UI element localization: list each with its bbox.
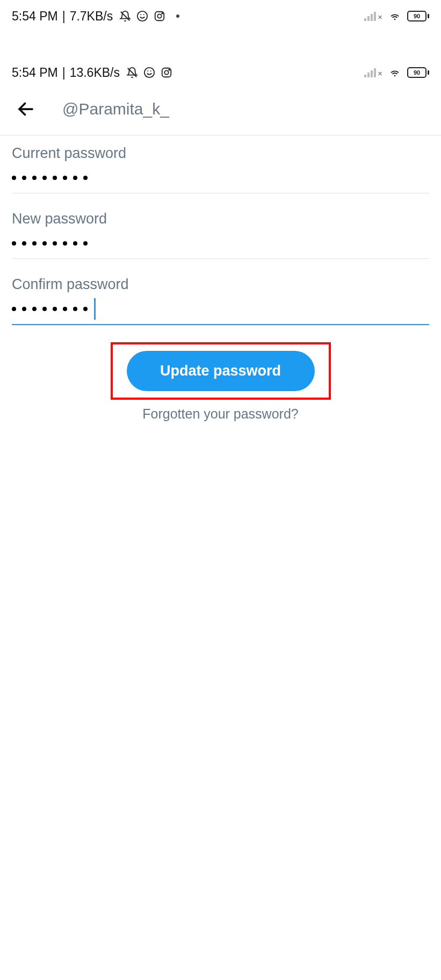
username-label: @Paramita_k_	[62, 100, 169, 118]
back-arrow-icon[interactable]	[16, 99, 35, 119]
bell-muted-icon	[119, 10, 131, 22]
svg-point-9	[169, 69, 170, 70]
inner-time: 5:54 PM	[12, 66, 58, 80]
current-password-field[interactable]: Current password	[12, 145, 429, 193]
outer-data-rate: 7.7KB/s	[70, 9, 113, 24]
outer-status-bar: 5:54 PM | 7.7KB/s ✕ 90	[0, 0, 441, 32]
inner-status-bar: 5:54 PM | 13.6KB/s ✕ 90	[0, 56, 441, 89]
separator: |	[62, 66, 66, 80]
notification-dot-icon	[176, 15, 179, 18]
inner-status-right: ✕ 90	[364, 67, 429, 78]
whatsapp-icon	[143, 67, 155, 78]
svg-point-3	[158, 14, 162, 18]
whatsapp-icon	[136, 10, 148, 22]
signal-icon: ✕	[364, 68, 382, 77]
forgot-password-link[interactable]: Forgotten your password?	[12, 406, 429, 422]
confirm-password-label: Confirm password	[12, 276, 429, 293]
outer-status-left: 5:54 PM | 7.7KB/s	[12, 9, 179, 24]
instagram-icon	[154, 10, 165, 22]
new-password-label: New password	[12, 211, 429, 227]
svg-point-6	[144, 68, 154, 77]
battery-icon: 90	[407, 11, 429, 21]
highlight-box: Update password	[111, 342, 331, 400]
status-icons-left	[126, 67, 172, 78]
status-icons-left	[119, 10, 179, 22]
current-password-value[interactable]	[12, 170, 429, 185]
password-form: Current password New password Confirm pa…	[0, 135, 441, 422]
svg-point-1	[138, 11, 147, 21]
inner-data-rate: 13.6KB/s	[70, 66, 120, 80]
svg-point-4	[162, 13, 163, 14]
new-password-value[interactable]	[12, 236, 429, 251]
button-container: Update password	[12, 342, 429, 400]
instagram-icon	[161, 67, 172, 78]
page-header: @Paramita_k_	[0, 89, 441, 135]
wifi-icon	[388, 67, 402, 78]
new-password-field[interactable]: New password	[12, 211, 429, 259]
separator: |	[62, 9, 66, 24]
update-password-button[interactable]: Update password	[127, 351, 315, 391]
outer-time: 5:54 PM	[12, 9, 58, 24]
wifi-icon	[388, 10, 402, 22]
confirm-password-value[interactable]	[12, 301, 429, 316]
battery-icon: 90	[407, 67, 429, 78]
svg-point-8	[164, 70, 168, 74]
current-password-label: Current password	[12, 145, 429, 162]
outer-status-right: ✕ 90	[364, 10, 429, 22]
signal-icon: ✕	[364, 11, 382, 21]
bell-muted-icon	[126, 67, 138, 78]
inner-status-left: 5:54 PM | 13.6KB/s	[12, 66, 172, 80]
confirm-password-field[interactable]: Confirm password	[12, 276, 429, 325]
